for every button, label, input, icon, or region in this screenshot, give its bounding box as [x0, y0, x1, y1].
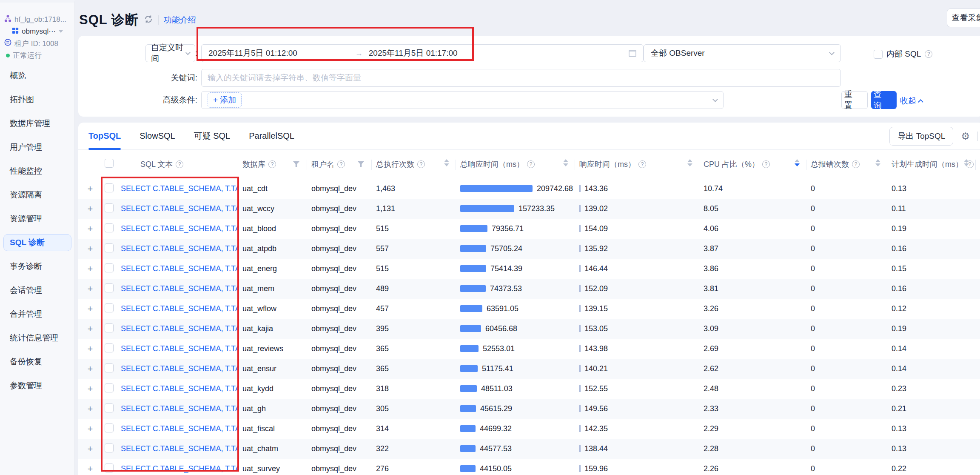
export-topsql-button[interactable]: 导出 TopSQL [889, 127, 953, 146]
date-range-picker[interactable]: 2025年11月5日 01:12:00 → 2025年11月5日 01:17:0… [201, 44, 644, 62]
column-header-5[interactable]: 总响应时间（ms）? [456, 150, 575, 179]
sidebar-item-资源隔离[interactable]: 资源隔离 [3, 186, 71, 203]
expand-icon[interactable]: + [78, 343, 102, 355]
row-checkbox[interactable] [105, 283, 114, 292]
help-icon[interactable]: ? [176, 160, 183, 168]
help-icon[interactable]: ? [852, 160, 860, 168]
sort-control[interactable] [795, 159, 800, 166]
sort-desc-icon[interactable] [687, 163, 692, 166]
sort-desc-icon[interactable] [444, 163, 449, 166]
refresh-icon[interactable] [144, 14, 153, 26]
row-checkbox[interactable] [105, 403, 114, 412]
row-checkbox[interactable] [105, 203, 114, 212]
expand-icon[interactable]: + [78, 303, 102, 315]
row-checkbox[interactable] [105, 223, 114, 232]
help-icon[interactable]: ? [762, 160, 770, 168]
column-header-9[interactable]: 计划生成时间（ms）? [887, 150, 976, 179]
row-checkbox[interactable] [105, 303, 114, 312]
sql-text-link[interactable]: SELECT C.TABLE_SCHEMA, T.TABL... [121, 264, 238, 273]
sql-text-link[interactable]: SELECT C.TABLE_SCHEMA, T.TABL... [121, 384, 238, 393]
observer-select[interactable]: 全部 OBServer [644, 44, 841, 62]
help-icon[interactable]: ? [417, 160, 425, 168]
row-checkbox[interactable] [105, 343, 114, 352]
row-checkbox[interactable] [105, 423, 114, 432]
sql-text-link[interactable]: SELECT C.TABLE_SCHEMA, T.TABL... [121, 204, 238, 213]
expand-icon[interactable]: + [78, 363, 102, 375]
date-end-value[interactable]: 2025年11月5日 01:17:00 [369, 48, 458, 59]
sidebar-item-概览[interactable]: 概览 [3, 67, 71, 84]
sort-control[interactable] [687, 159, 692, 166]
expand-icon[interactable]: + [78, 383, 102, 395]
add-condition-button[interactable]: + 添加 [208, 92, 242, 108]
tab-可疑SQL[interactable]: 可疑 SQL [194, 123, 231, 150]
sql-text-link[interactable]: SELECT C.TABLE_SCHEMA, T.TABL... [121, 464, 238, 473]
collect-history-button[interactable]: 查看采集开关历史 [947, 9, 980, 27]
expand-icon[interactable]: + [78, 464, 102, 475]
help-icon[interactable]: ? [638, 160, 646, 168]
sidebar-item-会话管理[interactable]: 会话管理 [3, 282, 71, 299]
sql-text-link[interactable]: SELECT C.TABLE_SCHEMA, T.TABL... [121, 404, 238, 413]
sort-control[interactable] [875, 159, 880, 166]
row-checkbox[interactable] [105, 383, 114, 392]
expand-icon[interactable]: + [78, 263, 102, 275]
expand-icon[interactable]: + [78, 243, 102, 255]
tenant-caret-icon[interactable] [59, 30, 63, 33]
sql-text-link[interactable]: SELECT C.TABLE_SCHEMA, T.TABL... [121, 284, 238, 293]
reset-button[interactable]: 重 置 [841, 91, 868, 109]
row-checkbox[interactable] [105, 243, 114, 252]
sidebar-item-合并管理[interactable]: 合并管理 [3, 306, 71, 323]
sql-text-link[interactable]: SELECT C.TABLE_SCHEMA, T.TABL... [121, 444, 238, 453]
column-header-8[interactable]: 总报错次数? [806, 150, 887, 179]
sidebar-item-性能监控[interactable]: 性能监控 [3, 163, 71, 180]
sql-text-link[interactable]: SELECT C.TABLE_SCHEMA, T.TABL... [121, 244, 238, 253]
tab-SlowSQL[interactable]: SlowSQL [140, 123, 175, 150]
sort-asc-icon[interactable] [444, 159, 449, 162]
sort-control[interactable] [444, 159, 449, 166]
column-header-3[interactable]: 租户名? [307, 150, 372, 179]
query-button[interactable]: 查 询 [871, 91, 897, 109]
sort-asc-icon[interactable] [875, 159, 880, 162]
help-icon[interactable]: ? [527, 160, 535, 168]
time-mode-select[interactable]: 自定义时间 [145, 44, 195, 62]
sql-text-link[interactable]: SELECT C.TABLE_SCHEMA, T.TABL... [121, 424, 238, 433]
column-header-2[interactable]: 数据库? [238, 150, 307, 179]
sql-text-link[interactable]: SELECT C.TABLE_SCHEMA, T.TABL... [121, 344, 238, 353]
collapse-link[interactable]: 收起 [900, 95, 923, 106]
row-checkbox[interactable] [105, 444, 114, 452]
expand-icon[interactable]: + [78, 423, 102, 435]
help-icon[interactable]: ? [337, 160, 345, 168]
internal-sql-checkbox[interactable] [874, 50, 883, 59]
row-checkbox[interactable] [105, 363, 114, 372]
select-all-checkbox[interactable] [105, 159, 114, 168]
row-checkbox[interactable] [105, 183, 114, 192]
sort-desc-icon[interactable] [964, 163, 969, 166]
expand-icon[interactable]: + [78, 283, 102, 295]
tab-ParallelSQL[interactable]: ParallelSQL [249, 123, 294, 150]
expand-icon[interactable]: + [78, 403, 102, 415]
sort-asc-icon[interactable] [795, 159, 800, 162]
expand-icon[interactable]: + [78, 323, 102, 335]
tenant-row[interactable]: obmysql··· [4, 26, 72, 37]
row-checkbox[interactable] [105, 464, 114, 472]
expand-icon[interactable]: + [78, 223, 102, 235]
feature-intro-link[interactable]: 功能介绍 [164, 14, 196, 26]
cluster-row[interactable]: hf_lg_ob:1718... [4, 14, 72, 26]
help-icon[interactable]: ? [268, 160, 276, 168]
column-header-1[interactable]: SQL 文本? [121, 150, 238, 179]
sql-text-link[interactable]: SELECT C.TABLE_SCHEMA, T.TABL... [121, 364, 238, 373]
sort-asc-icon[interactable] [964, 159, 969, 162]
sidebar-item-统计信息管理[interactable]: 统计信息管理 [3, 329, 71, 346]
sql-text-link[interactable]: SELECT C.TABLE_SCHEMA, T.TABL... [121, 224, 238, 233]
sidebar-item-备份恢复[interactable]: 备份恢复 [3, 353, 71, 370]
expand-icon[interactable]: + [78, 183, 102, 195]
row-checkbox[interactable] [105, 263, 114, 272]
sort-asc-icon[interactable] [687, 159, 692, 162]
sort-desc-icon[interactable] [875, 163, 880, 166]
column-settings-icon[interactable]: ▤ [977, 132, 980, 141]
sort-asc-icon[interactable] [563, 159, 568, 162]
expand-icon[interactable]: + [78, 203, 102, 215]
row-checkbox[interactable] [105, 323, 114, 332]
tab-TopSQL[interactable]: TopSQL [88, 123, 121, 150]
sidebar-item-数据库管理[interactable]: 数据库管理 [3, 115, 71, 132]
sidebar-item-事务诊断[interactable]: 事务诊断 [3, 258, 71, 275]
